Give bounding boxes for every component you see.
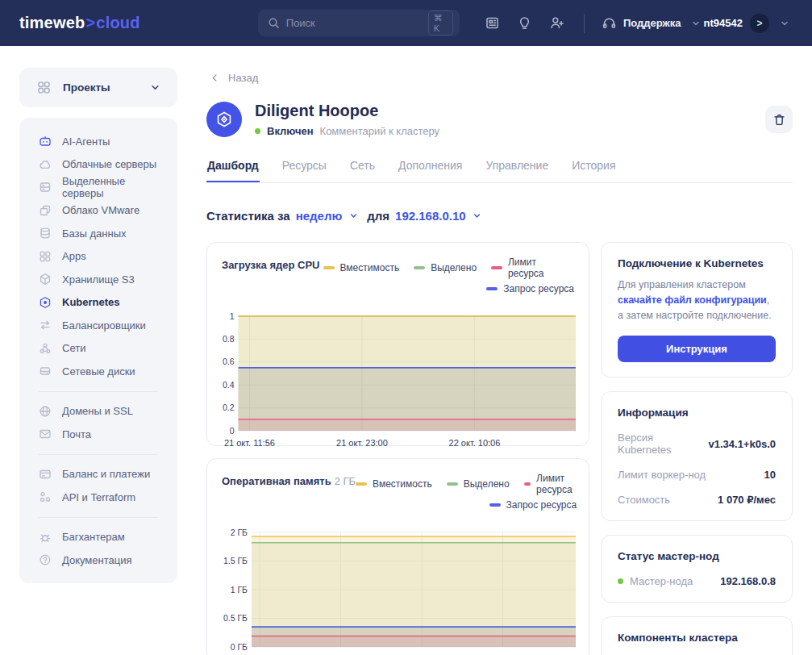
legend-swatch bbox=[323, 266, 335, 269]
sidebar-item-network[interactable]: Сети bbox=[19, 337, 177, 361]
sidebar-item-label: Багхантерам bbox=[62, 531, 125, 543]
chart-legend: ВместимостьВыделеноЛимит ресурсаЗапрос р… bbox=[323, 257, 575, 294]
info-row: Стоимость1 070 ₽/мес bbox=[618, 494, 776, 506]
row-value: 10 bbox=[764, 469, 776, 481]
sidebar-item-cloud[interactable]: Облачные серверы bbox=[19, 153, 177, 177]
legend-label: Вместимость bbox=[340, 262, 400, 273]
network-icon bbox=[39, 342, 52, 355]
svg-text:21 окт. 23:00: 21 окт. 23:00 bbox=[336, 438, 388, 448]
sidebar-item-question[interactable]: Документация bbox=[19, 549, 177, 572]
node-dropdown[interactable]: 192.168.0.10 bbox=[395, 207, 485, 223]
svg-text:1 ГБ: 1 ГБ bbox=[231, 585, 248, 595]
disk-icon bbox=[39, 365, 52, 378]
sidebar-item-apps[interactable]: Apps bbox=[19, 245, 177, 269]
balancer-icon bbox=[39, 319, 52, 332]
kubernetes-icon bbox=[39, 296, 52, 309]
mail-icon bbox=[39, 428, 52, 440]
news-icon[interactable] bbox=[484, 15, 500, 31]
chevron-down-icon bbox=[688, 15, 704, 31]
back-link[interactable]: Назад bbox=[206, 69, 263, 86]
card-icon bbox=[39, 468, 52, 481]
sidebar-item-label: Хранилище S3 bbox=[62, 273, 135, 286]
support-label: Поддержка bbox=[623, 17, 681, 29]
chevron-down-icon bbox=[469, 207, 485, 223]
sidebar-item-robot[interactable]: AI-Агенты bbox=[19, 130, 177, 153]
sidebar-item-disk[interactable]: Сетевые диски bbox=[19, 360, 177, 383]
info-row: Версия Kubernetesv1.34.1+k0s.0 bbox=[618, 432, 776, 456]
chevron-down-icon bbox=[147, 80, 163, 96]
tab-4[interactable]: Управление bbox=[485, 159, 549, 182]
row-value: 1 070 ₽/мес bbox=[718, 494, 776, 506]
search-box[interactable]: ⌘ K bbox=[258, 10, 460, 36]
legend-item[interactable]: Вместимость bbox=[356, 473, 432, 495]
row-label: Мастер-нода bbox=[618, 575, 693, 587]
legend-label: Вместимость bbox=[373, 478, 432, 490]
cluster-header: Diligent Hoopoe Включен Комментарий к кл… bbox=[206, 102, 793, 137]
tab-3[interactable]: Дополнения bbox=[398, 159, 463, 182]
header-divider bbox=[584, 14, 585, 33]
tab-2[interactable]: Сеть bbox=[349, 159, 376, 182]
trash-icon bbox=[771, 111, 787, 127]
sidebar-item-label: AI-Агенты bbox=[62, 136, 110, 148]
sidebar-item-label: Сети bbox=[62, 342, 85, 354]
legend-swatch bbox=[447, 482, 458, 486]
sidebar-item-label: Облачные серверы bbox=[62, 158, 156, 170]
tab-5[interactable]: История bbox=[571, 159, 616, 182]
search-input[interactable] bbox=[286, 17, 428, 29]
legend-swatch bbox=[491, 266, 502, 269]
stats-for: для bbox=[367, 209, 389, 223]
svg-text:0.2: 0.2 bbox=[223, 403, 235, 412]
sidebar-item-globe[interactable]: Домены и SSL bbox=[19, 400, 177, 423]
logo[interactable]: timeweb>cloud bbox=[19, 14, 140, 32]
sidebar-item-kubernetes[interactable]: Kubernetes bbox=[19, 291, 177, 315]
svg-text:1.5 ГБ: 1.5 ГБ bbox=[223, 556, 248, 565]
download-config-link[interactable]: скачайте файл конфигурации bbox=[618, 294, 767, 306]
tab-1[interactable]: Ресурсы bbox=[281, 159, 327, 182]
legend-item[interactable]: Лимит ресурса bbox=[524, 473, 577, 495]
info-row: Лимит воркер-нод10 bbox=[618, 469, 776, 481]
master-status-card: Статус мастер-нод Мастер-нода192.168.0.8 bbox=[601, 535, 793, 603]
main-content: Назад Diligent Hoopoe Включен Комментари… bbox=[177, 46, 812, 655]
lightbulb-icon[interactable] bbox=[516, 15, 532, 31]
sidebar-item-bug[interactable]: Багхантерам bbox=[19, 526, 177, 549]
sidebar-item-card[interactable]: Баланс и платежи bbox=[19, 463, 177, 486]
logo-product: cloud bbox=[96, 14, 139, 31]
sidebar-item-database[interactable]: Базы данных bbox=[19, 222, 177, 245]
tab-dashboard[interactable]: Дашборд bbox=[206, 159, 260, 182]
legend-swatch bbox=[356, 482, 367, 486]
legend-item[interactable]: Запрос ресурса bbox=[489, 499, 577, 511]
legend-label: Выделено bbox=[431, 262, 477, 273]
add-user-icon[interactable] bbox=[548, 15, 564, 31]
sidebar-item-s3[interactable]: Хранилище S3 bbox=[19, 268, 177, 291]
legend-item[interactable]: Лимит ресурса bbox=[491, 257, 574, 279]
sidebar-item-balancer[interactable]: Балансировщики bbox=[19, 314, 177, 337]
projects-selector[interactable]: Проекты bbox=[19, 68, 177, 107]
sidebar-item-label: Сетевые диски bbox=[62, 365, 135, 378]
instruction-button[interactable]: Инструкция bbox=[618, 336, 776, 362]
svg-text:0 ГБ: 0 ГБ bbox=[231, 642, 248, 652]
bug-icon bbox=[39, 531, 52, 544]
stats-prefix: Статистика за bbox=[206, 209, 290, 223]
vmware-icon bbox=[39, 204, 52, 217]
sidebar-item-label: Домены и SSL bbox=[62, 405, 133, 417]
sidebar-item-label: Баланс и платежи bbox=[62, 468, 150, 480]
delete-cluster-button[interactable] bbox=[765, 106, 793, 133]
account-menu[interactable]: nt94542 > bbox=[704, 14, 793, 33]
card-title: Статус мастер-нод bbox=[618, 550, 776, 562]
sidebar-item-vmware[interactable]: Облако VMware bbox=[19, 199, 177, 223]
sidebar-item-server[interactable]: Выделенные серверы bbox=[19, 176, 177, 199]
apps-icon bbox=[39, 250, 52, 263]
period-dropdown[interactable]: неделю bbox=[296, 207, 362, 223]
sidebar-item-api[interactable]: API и Terraform bbox=[19, 486, 177, 509]
legend-item[interactable]: Выделено bbox=[447, 473, 510, 495]
cluster-comment[interactable]: Комментарий к кластеру bbox=[320, 125, 440, 137]
svg-text:0.6: 0.6 bbox=[223, 357, 235, 366]
legend-item[interactable]: Выделено bbox=[414, 257, 477, 279]
tab-bar: ДашбордРесурсыСетьДополненияУправлениеИс… bbox=[206, 159, 793, 183]
legend-item[interactable]: Вместимость bbox=[323, 257, 400, 279]
chart-title: Оперативная память2 ГБ bbox=[222, 473, 356, 511]
cloud-icon bbox=[39, 158, 52, 171]
legend-item[interactable]: Запрос ресурса bbox=[486, 283, 574, 294]
support-menu[interactable]: Поддержка bbox=[601, 15, 704, 31]
sidebar-item-mail[interactable]: Почта bbox=[19, 423, 177, 446]
